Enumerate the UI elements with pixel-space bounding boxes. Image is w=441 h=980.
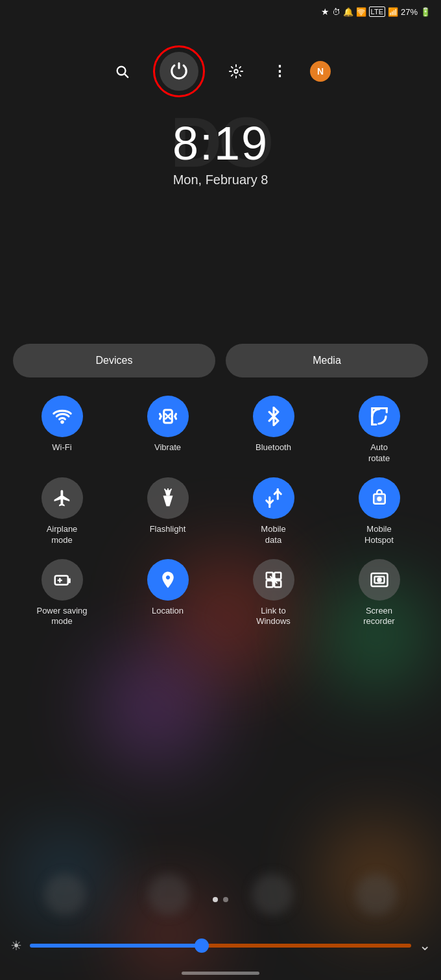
screenrecorder-label: Screen recorder: [363, 606, 394, 628]
screenrecorder-icon: [359, 559, 400, 601]
mobiledata-label: Mobile data: [261, 524, 285, 546]
qs-airplane[interactable]: Airplane mode: [13, 477, 111, 546]
qs-hotspot[interactable]: Mobile Hotspot: [330, 477, 428, 546]
qs-location[interactable]: Location: [119, 559, 217, 628]
location-icon: [147, 559, 189, 601]
brightness-row: ☀ ⌄: [10, 937, 431, 954]
vibrate-icon: [147, 396, 189, 437]
battery-percentage: 27%: [401, 7, 418, 17]
home-bar: [182, 972, 259, 975]
brightness-track[interactable]: [30, 944, 411, 948]
autorotate-label: Auto rotate: [368, 442, 390, 464]
clock-time: 8:19: [0, 117, 441, 170]
silent-status-icon: 🔔: [343, 7, 353, 17]
qs-linktows[interactable]: Link to Windows: [224, 559, 322, 628]
wifi-label: Wi-Fi: [52, 442, 71, 453]
hint-circle-2: [148, 874, 189, 915]
location-label: Location: [152, 606, 184, 617]
svg-point-2: [234, 69, 238, 73]
hotspot-label: Mobile Hotspot: [364, 524, 394, 546]
svg-line-8: [170, 489, 171, 490]
qs-flashlight[interactable]: Flashlight: [119, 477, 217, 546]
svg-line-9: [165, 489, 165, 490]
linktows-icon: [253, 559, 294, 601]
vibrate-label: Vibrate: [154, 442, 181, 453]
qs-mobiledata[interactable]: Mobile data: [224, 477, 322, 546]
qs-powersaving[interactable]: Power saving mode: [13, 559, 111, 628]
airplane-icon: [42, 477, 83, 519]
flashlight-icon: [147, 477, 189, 519]
qs-wifi[interactable]: Wi-Fi: [13, 396, 111, 464]
svg-point-22: [377, 578, 381, 581]
more-options-button[interactable]: ⋮: [267, 60, 291, 83]
airplane-label: Airplane mode: [47, 524, 78, 546]
status-bar: ★ ⏱ 🔔 🛜 LTE 📶 27% 🔋: [321, 6, 431, 17]
qs-screenrecorder[interactable]: Screen recorder: [330, 559, 428, 628]
linktows-label: Link to Windows: [256, 606, 291, 628]
flashlight-label: Flashlight: [150, 524, 186, 535]
quick-settings-grid: Wi-Fi Vibrate Bluetooth: [13, 396, 428, 627]
lte-label: LTE: [369, 6, 385, 17]
alarm-status-icon: ⏱: [332, 7, 340, 17]
bottom-row-hint: [0, 874, 441, 915]
settings-button[interactable]: [224, 60, 248, 83]
svg-point-11: [377, 497, 381, 501]
brightness-icon: ☀: [10, 938, 22, 953]
power-circle-highlight: [153, 45, 205, 97]
svg-line-1: [125, 74, 128, 77]
wifi-icon: [42, 396, 83, 437]
mobiledata-icon: [253, 477, 294, 519]
media-button[interactable]: Media: [226, 344, 428, 377]
device-media-row: Devices Media: [13, 344, 428, 377]
wifi-status-icon: 🛜: [356, 7, 366, 17]
svg-point-3: [61, 422, 63, 424]
hotspot-icon: [359, 477, 400, 519]
bluetooth-icon: [253, 396, 294, 437]
battery-icon: 🔋: [420, 7, 431, 17]
clock-area: 8:19 Mon, February 8: [0, 117, 441, 187]
bluetooth-status-icon: ★: [321, 6, 329, 17]
powersaving-label: Power saving mode: [36, 606, 87, 628]
hint-circle-1: [44, 874, 86, 915]
hint-circle-4: [355, 874, 397, 915]
top-controls-row: ⋮ N: [0, 45, 441, 97]
powersaving-icon: [42, 559, 83, 601]
bluetooth-label: Bluetooth: [256, 442, 291, 453]
notification-badge[interactable]: N: [310, 61, 331, 82]
hint-circle-3: [252, 874, 293, 915]
power-button-wrapper: [153, 45, 205, 97]
autorotate-icon: [359, 396, 400, 437]
qs-vibrate[interactable]: Vibrate: [119, 396, 217, 464]
signal-icon: 📶: [388, 7, 398, 17]
brightness-thumb[interactable]: [195, 938, 209, 953]
qs-bluetooth[interactable]: Bluetooth: [224, 396, 322, 464]
devices-button[interactable]: Devices: [13, 344, 215, 377]
search-button[interactable]: [110, 60, 134, 83]
qs-autorotate[interactable]: Auto rotate: [330, 396, 428, 464]
clock-date: Mon, February 8: [0, 173, 441, 187]
brightness-chevron-down[interactable]: ⌄: [419, 937, 431, 954]
